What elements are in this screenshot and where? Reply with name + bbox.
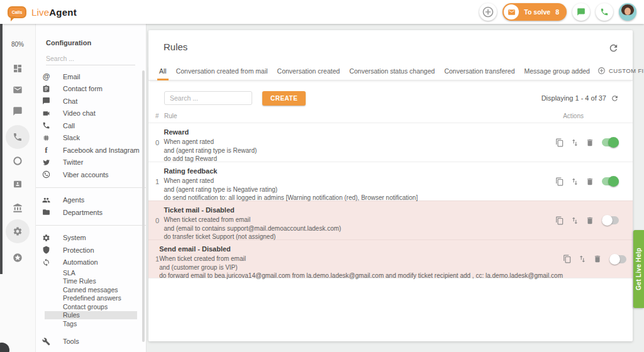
tab-conversation-status-changed[interactable]: Conversation status changed xyxy=(347,67,436,80)
sidebar-item-facebook-and-instagram[interactable]: fFacebook and Instagram xyxy=(36,144,146,157)
move-rule-button[interactable] xyxy=(578,255,587,263)
displaying-text: Displaying 1 - 4 of 37 xyxy=(541,94,606,102)
sidebar-item-tools[interactable]: Tools xyxy=(36,336,146,348)
swap-icon xyxy=(570,216,579,225)
rail-item-phone[interactable] xyxy=(6,125,30,149)
twitter-icon xyxy=(42,158,51,167)
rule-description: RewardWhen agent ratedand (agent rating … xyxy=(164,123,555,162)
tab-conversation-transfered[interactable]: Conversation transfered xyxy=(442,67,516,80)
rule-enabled-toggle[interactable] xyxy=(609,255,626,263)
copy-rule-button[interactable] xyxy=(555,177,564,186)
rule-condition-line: When ticket created from email xyxy=(164,216,555,224)
to-solve-button[interactable]: To solve 8 xyxy=(502,3,567,21)
rail-item-gear[interactable] xyxy=(6,219,30,243)
rule-row-send-email-disabled[interactable]: 1Send email - DisabledWhen ticket create… xyxy=(148,239,633,278)
sidebar-item-label: Viber accounts xyxy=(63,171,109,179)
slack-icon xyxy=(42,134,51,142)
sidebar-subitem-predefined-answers[interactable]: Predefined answers xyxy=(36,294,146,303)
tab-conversation-created-from-mail[interactable]: Conversation created from mail xyxy=(174,67,270,80)
custom-filter-button[interactable]: CUSTOM FILTER xyxy=(597,67,644,80)
rule-enabled-toggle[interactable] xyxy=(602,216,619,224)
refresh-list-button[interactable] xyxy=(611,94,619,102)
tab-conversation-created[interactable]: Conversation created xyxy=(275,67,342,80)
rail-item-chat[interactable] xyxy=(6,99,30,123)
delete-rule-button[interactable] xyxy=(593,255,602,263)
rail-item-bank[interactable] xyxy=(6,196,30,220)
sidebar-item-twitter[interactable]: Twitter xyxy=(36,157,146,169)
rule-row-rating-feedback[interactable]: 1Rating feedbackWhen agent ratedand (age… xyxy=(148,162,633,201)
sidebar-subitem-sla[interactable]: SLA xyxy=(36,268,146,277)
rail-item-mail[interactable] xyxy=(6,78,30,102)
rule-enabled-toggle[interactable] xyxy=(602,138,619,146)
get-live-help-button[interactable]: Get Live Help xyxy=(633,230,644,308)
move-rule-button[interactable] xyxy=(570,138,579,147)
rule-row-reward[interactable]: 0RewardWhen agent ratedand (agent rating… xyxy=(148,123,633,162)
icon-rail: 80% xyxy=(0,24,36,352)
move-rule-button[interactable] xyxy=(570,216,579,225)
rail-item-star-circle[interactable] xyxy=(6,246,30,270)
chat-icon xyxy=(42,97,51,105)
chat-button[interactable] xyxy=(572,3,590,21)
rule-order-number: 1 xyxy=(155,162,164,201)
sidebar-scrollbar[interactable] xyxy=(142,70,145,342)
sidebar-item-label: Chat xyxy=(63,97,77,105)
sidebar-item-label: Departments xyxy=(63,209,103,216)
rail-item-dashboard[interactable] xyxy=(6,57,30,80)
tab-message-group-added[interactable]: Message group added xyxy=(522,67,592,80)
copy-rule-button[interactable] xyxy=(555,138,564,147)
sidebar-item-system[interactable]: System xyxy=(36,232,146,245)
rule-condition-line: and (email to contains support@mail.demo… xyxy=(164,224,555,233)
brand-live: Live xyxy=(31,7,49,18)
rail-item-contact-card[interactable] xyxy=(6,172,30,196)
copy-icon xyxy=(563,255,572,263)
rule-title: Rating feedback xyxy=(164,167,555,175)
sidebar-item-chat[interactable]: Chat xyxy=(36,95,146,107)
rules-panel: Rules AllConversation created from mailC… xyxy=(148,30,633,341)
rule-row-ticket-mail-disabled[interactable]: 0Ticket mail - DisabledWhen ticket creat… xyxy=(148,201,633,239)
delete-rule-button[interactable] xyxy=(586,177,594,186)
refresh-panel-button[interactable] xyxy=(608,43,619,53)
rules-search-input[interactable] xyxy=(164,91,252,105)
sidebar-item-label: Video chat xyxy=(63,109,96,117)
table-header: # Rule Actions xyxy=(148,109,633,123)
copy-rule-button[interactable] xyxy=(555,216,564,225)
sidebar-subitem-canned-messages[interactable]: Canned messages xyxy=(36,285,146,294)
copy-rule-button[interactable] xyxy=(563,255,572,263)
sidebar-search-input[interactable] xyxy=(46,52,135,65)
rule-enabled-toggle[interactable] xyxy=(602,177,619,185)
sidebar-subitem-contact-groups[interactable]: Contact groups xyxy=(36,302,146,311)
sidebar-item-viber-accounts[interactable]: Viber accounts xyxy=(36,168,146,181)
rule-condition-line: do forward email to bea.juricova14@gmail… xyxy=(159,272,563,280)
create-button[interactable]: CREATE xyxy=(262,91,306,106)
trash-icon xyxy=(586,138,594,147)
tab-all[interactable]: All xyxy=(157,67,169,80)
sidebar-item-contact-form[interactable]: Contact form xyxy=(36,83,146,96)
sidebar-subitem-label: Tags xyxy=(63,320,77,327)
sidebar-item-automation[interactable]: Automation xyxy=(36,256,146,269)
call-button[interactable] xyxy=(596,3,613,21)
sidebar-item-email[interactable]: @Email xyxy=(36,70,146,83)
sidebar-item-label: Contact form xyxy=(63,85,103,92)
liveagent-logo[interactable]: Calls LiveAgent xyxy=(8,6,77,18)
rail-item-donut[interactable] xyxy=(6,149,30,173)
trash-icon xyxy=(593,255,602,263)
sidebar-item-agents[interactable]: Agents xyxy=(36,194,146,207)
sidebar-item-call[interactable]: Call xyxy=(36,119,146,132)
add-circle-icon xyxy=(597,67,606,75)
sidebar-subitem-tags[interactable]: Tags xyxy=(36,319,146,328)
rule-title: Reward xyxy=(164,128,555,136)
sidebar-item-slack[interactable]: Slack xyxy=(36,132,146,145)
user-avatar[interactable] xyxy=(619,3,636,21)
sidebar-subitem-time-rules[interactable]: Time Rules xyxy=(36,277,146,286)
sidebar-item-departments[interactable]: Departments xyxy=(36,206,146,219)
sidebar-item-protection[interactable]: Protection xyxy=(36,244,146,256)
sidebar-subitem-rules[interactable]: Rules xyxy=(45,311,137,320)
sidebar-item-video-chat[interactable]: Video chat xyxy=(36,107,146,120)
delete-rule-button[interactable] xyxy=(586,138,594,147)
add-new-button[interactable] xyxy=(479,3,497,21)
move-rule-button[interactable] xyxy=(570,177,579,186)
rule-description: Rating feedbackWhen agent ratedand (agen… xyxy=(164,162,555,201)
usage-percent: 80% xyxy=(0,41,35,48)
delete-rule-button[interactable] xyxy=(586,216,594,225)
to-solve-bubble xyxy=(504,4,519,19)
